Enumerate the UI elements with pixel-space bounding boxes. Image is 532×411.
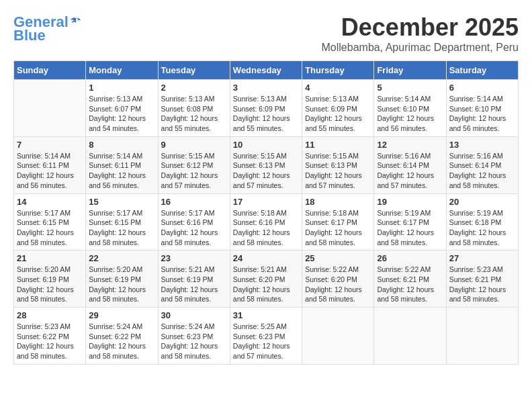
calendar-cell: 4Sunrise: 5:13 AM Sunset: 6:09 PM Daylig… [302, 80, 374, 137]
calendar-cell: 12Sunrise: 5:16 AM Sunset: 6:14 PM Dayli… [374, 136, 446, 193]
weekday-header-row: SundayMondayTuesdayWednesdayThursdayFrid… [14, 61, 519, 80]
weekday-header-saturday: Saturday [446, 61, 518, 80]
cell-content: Sunrise: 5:25 AM Sunset: 6:23 PM Dayligh… [233, 322, 299, 361]
day-number: 25 [305, 253, 371, 263]
logo-bird-icon [70, 16, 82, 28]
calendar-cell: 7Sunrise: 5:14 AM Sunset: 6:11 PM Daylig… [14, 136, 86, 193]
calendar-cell: 8Sunrise: 5:14 AM Sunset: 6:11 PM Daylig… [86, 136, 158, 193]
month-title: December 2025 [322, 13, 519, 42]
cell-content: Sunrise: 5:13 AM Sunset: 6:09 PM Dayligh… [233, 94, 299, 134]
cell-content: Sunrise: 5:14 AM Sunset: 6:10 PM Dayligh… [449, 94, 515, 134]
day-number: 26 [377, 253, 443, 263]
cell-content: Sunrise: 5:22 AM Sunset: 6:21 PM Dayligh… [377, 265, 443, 304]
cell-content: Sunrise: 5:17 AM Sunset: 6:15 PM Dayligh… [89, 208, 154, 248]
calendar-cell: 5Sunrise: 5:14 AM Sunset: 6:10 PM Daylig… [374, 80, 446, 137]
cell-content: Sunrise: 5:18 AM Sunset: 6:16 PM Dayligh… [233, 208, 299, 248]
calendar-cell: 19Sunrise: 5:19 AM Sunset: 6:17 PM Dayli… [374, 193, 446, 250]
day-number: 15 [89, 197, 154, 207]
calendar-cell: 24Sunrise: 5:21 AM Sunset: 6:20 PM Dayli… [230, 250, 302, 308]
calendar-cell: 28Sunrise: 5:23 AM Sunset: 6:22 PM Dayli… [14, 308, 86, 365]
calendar-cell: 10Sunrise: 5:15 AM Sunset: 6:13 PM Dayli… [230, 136, 302, 193]
day-number: 21 [17, 253, 83, 263]
calendar-cell: 11Sunrise: 5:15 AM Sunset: 6:13 PM Dayli… [302, 136, 374, 193]
day-number: 9 [161, 140, 227, 150]
calendar-cell: 18Sunrise: 5:18 AM Sunset: 6:17 PM Dayli… [302, 193, 374, 250]
weekday-header-tuesday: Tuesday [158, 61, 230, 80]
week-row-2: 7Sunrise: 5:14 AM Sunset: 6:11 PM Daylig… [14, 136, 519, 193]
day-number: 17 [233, 197, 299, 207]
cell-content: Sunrise: 5:15 AM Sunset: 6:12 PM Dayligh… [161, 151, 227, 191]
day-number: 11 [305, 140, 371, 150]
calendar-table: SundayMondayTuesdayWednesdayThursdayFrid… [13, 60, 519, 365]
calendar-cell: 23Sunrise: 5:21 AM Sunset: 6:19 PM Dayli… [158, 250, 230, 308]
calendar-cell: 14Sunrise: 5:17 AM Sunset: 6:15 PM Dayli… [14, 193, 86, 250]
cell-content: Sunrise: 5:19 AM Sunset: 6:17 PM Dayligh… [377, 208, 443, 248]
calendar-cell: 2Sunrise: 5:13 AM Sunset: 6:08 PM Daylig… [158, 80, 230, 137]
day-number: 30 [161, 310, 227, 320]
day-number: 29 [89, 310, 154, 320]
day-number: 4 [305, 83, 371, 93]
calendar-cell: 6Sunrise: 5:14 AM Sunset: 6:10 PM Daylig… [446, 80, 518, 137]
day-number: 5 [377, 83, 443, 93]
cell-content: Sunrise: 5:16 AM Sunset: 6:14 PM Dayligh… [449, 151, 515, 191]
cell-content: Sunrise: 5:23 AM Sunset: 6:21 PM Dayligh… [449, 265, 515, 304]
day-number: 6 [449, 83, 515, 93]
calendar-cell: 3Sunrise: 5:13 AM Sunset: 6:09 PM Daylig… [230, 80, 302, 137]
calendar-cell: 1Sunrise: 5:13 AM Sunset: 6:07 PM Daylig… [86, 80, 158, 137]
day-number: 2 [161, 83, 227, 93]
day-number: 13 [449, 140, 515, 150]
day-number: 23 [161, 253, 227, 263]
weekday-header-thursday: Thursday [302, 61, 374, 80]
cell-content: Sunrise: 5:14 AM Sunset: 6:10 PM Dayligh… [377, 94, 443, 134]
calendar-cell: 15Sunrise: 5:17 AM Sunset: 6:15 PM Dayli… [86, 193, 158, 250]
day-number: 31 [233, 310, 299, 320]
cell-content: Sunrise: 5:21 AM Sunset: 6:20 PM Dayligh… [233, 265, 299, 304]
cell-content: Sunrise: 5:15 AM Sunset: 6:13 PM Dayligh… [305, 151, 371, 191]
cell-content: Sunrise: 5:20 AM Sunset: 6:19 PM Dayligh… [17, 265, 83, 304]
logo: General Blue [13, 13, 82, 44]
week-row-3: 14Sunrise: 5:17 AM Sunset: 6:15 PM Dayli… [14, 193, 519, 250]
cell-content: Sunrise: 5:18 AM Sunset: 6:17 PM Dayligh… [305, 208, 371, 248]
calendar-cell: 26Sunrise: 5:22 AM Sunset: 6:21 PM Dayli… [374, 250, 446, 308]
calendar-cell: 27Sunrise: 5:23 AM Sunset: 6:21 PM Dayli… [446, 250, 518, 308]
cell-content: Sunrise: 5:23 AM Sunset: 6:22 PM Dayligh… [17, 322, 83, 361]
cell-content: Sunrise: 5:14 AM Sunset: 6:11 PM Dayligh… [89, 151, 154, 191]
day-number: 10 [233, 140, 299, 150]
day-number: 1 [89, 83, 154, 93]
calendar-cell [446, 308, 518, 365]
calendar-cell [374, 308, 446, 365]
cell-content: Sunrise: 5:13 AM Sunset: 6:07 PM Dayligh… [89, 94, 154, 134]
day-number: 7 [17, 140, 83, 150]
day-number: 18 [305, 197, 371, 207]
title-area: December 2025 Mollebamba, Apurimac Depar… [322, 13, 519, 54]
weekday-header-sunday: Sunday [14, 61, 86, 80]
cell-content: Sunrise: 5:19 AM Sunset: 6:18 PM Dayligh… [449, 208, 515, 248]
location-title: Mollebamba, Apurimac Department, Peru [322, 42, 519, 54]
weekday-header-wednesday: Wednesday [230, 61, 302, 80]
calendar-cell: 22Sunrise: 5:20 AM Sunset: 6:19 PM Dayli… [86, 250, 158, 308]
calendar-cell: 16Sunrise: 5:17 AM Sunset: 6:16 PM Dayli… [158, 193, 230, 250]
week-row-5: 28Sunrise: 5:23 AM Sunset: 6:22 PM Dayli… [14, 308, 519, 365]
cell-content: Sunrise: 5:15 AM Sunset: 6:13 PM Dayligh… [233, 151, 299, 191]
calendar-cell [14, 80, 86, 137]
cell-content: Sunrise: 5:24 AM Sunset: 6:23 PM Dayligh… [161, 322, 227, 361]
day-number: 22 [89, 253, 154, 263]
weekday-header-monday: Monday [86, 61, 158, 80]
day-number: 24 [233, 253, 299, 263]
day-number: 27 [449, 253, 515, 263]
day-number: 14 [17, 197, 83, 207]
week-row-1: 1Sunrise: 5:13 AM Sunset: 6:07 PM Daylig… [14, 80, 519, 137]
day-number: 28 [17, 310, 83, 320]
cell-content: Sunrise: 5:13 AM Sunset: 6:09 PM Dayligh… [305, 94, 371, 134]
calendar-cell: 9Sunrise: 5:15 AM Sunset: 6:12 PM Daylig… [158, 136, 230, 193]
calendar-cell: 21Sunrise: 5:20 AM Sunset: 6:19 PM Dayli… [14, 250, 86, 308]
cell-content: Sunrise: 5:20 AM Sunset: 6:19 PM Dayligh… [89, 265, 154, 304]
page-header: General Blue December 2025 Mollebamba, A… [13, 13, 519, 54]
day-number: 3 [233, 83, 299, 93]
calendar-cell: 17Sunrise: 5:18 AM Sunset: 6:16 PM Dayli… [230, 193, 302, 250]
cell-content: Sunrise: 5:24 AM Sunset: 6:22 PM Dayligh… [89, 322, 154, 361]
day-number: 20 [449, 197, 515, 207]
weekday-header-friday: Friday [374, 61, 446, 80]
calendar-cell: 20Sunrise: 5:19 AM Sunset: 6:18 PM Dayli… [446, 193, 518, 250]
cell-content: Sunrise: 5:13 AM Sunset: 6:08 PM Dayligh… [161, 94, 227, 134]
